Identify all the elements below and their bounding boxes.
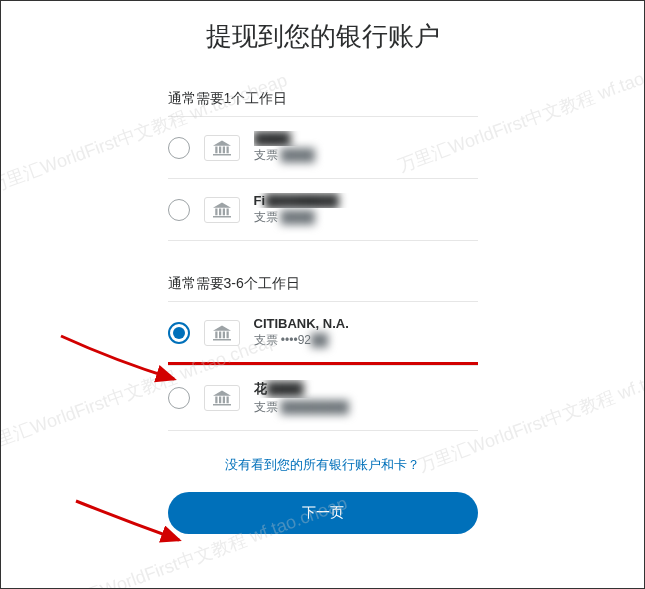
section-slow: 通常需要3-6个工作日 CITIBANK, N.A. 支票 ••••92██ 花…	[168, 267, 478, 431]
bank-info: ████ 支票 ████	[254, 131, 478, 164]
bank-sub: 支票 ••••92██	[254, 332, 478, 349]
bank-icon	[204, 135, 240, 161]
bank-name: ████	[254, 131, 478, 146]
bank-name: 花████	[254, 380, 478, 398]
section-fast: 通常需要1个工作日 ████ 支票 ████ Fi████████ 支票 ███…	[168, 82, 478, 241]
page-title: 提现到您的银行账户	[1, 1, 644, 82]
bank-info: 花████ 支票 ████████	[254, 380, 478, 416]
radio-selected[interactable]	[168, 322, 190, 344]
section-label-slow: 通常需要3-6个工作日	[168, 267, 478, 301]
bank-icon	[204, 197, 240, 223]
bank-sub: 支票 ████	[254, 209, 478, 226]
radio-unselected[interactable]	[168, 387, 190, 409]
link-row: 没有看到您的所有银行账户和卡？	[168, 431, 478, 492]
bank-icon	[204, 385, 240, 411]
section-label-fast: 通常需要1个工作日	[168, 82, 478, 116]
next-button[interactable]: 下一页	[168, 492, 478, 534]
bank-info: Fi████████ 支票 ████	[254, 193, 478, 226]
bank-info: CITIBANK, N.A. 支票 ••••92██	[254, 316, 478, 349]
bank-sub: 支票 ████████	[254, 399, 478, 416]
radio-unselected[interactable]	[168, 137, 190, 159]
bank-sub: 支票 ████	[254, 147, 478, 164]
bank-option-selected[interactable]: CITIBANK, N.A. 支票 ••••92██	[168, 301, 478, 363]
withdrawal-form: 通常需要1个工作日 ████ 支票 ████ Fi████████ 支票 ███…	[168, 82, 478, 492]
bank-option[interactable]: 花████ 支票 ████████	[168, 365, 478, 431]
missing-accounts-link[interactable]: 没有看到您的所有银行账户和卡？	[225, 457, 420, 472]
bank-name: Fi████████	[254, 193, 478, 208]
bank-option[interactable]: ████ 支票 ████	[168, 116, 478, 178]
bank-icon	[204, 320, 240, 346]
bank-option[interactable]: Fi████████ 支票 ████	[168, 178, 478, 241]
bank-name: CITIBANK, N.A.	[254, 316, 478, 331]
radio-unselected[interactable]	[168, 199, 190, 221]
annotation-arrow-icon	[56, 331, 186, 391]
